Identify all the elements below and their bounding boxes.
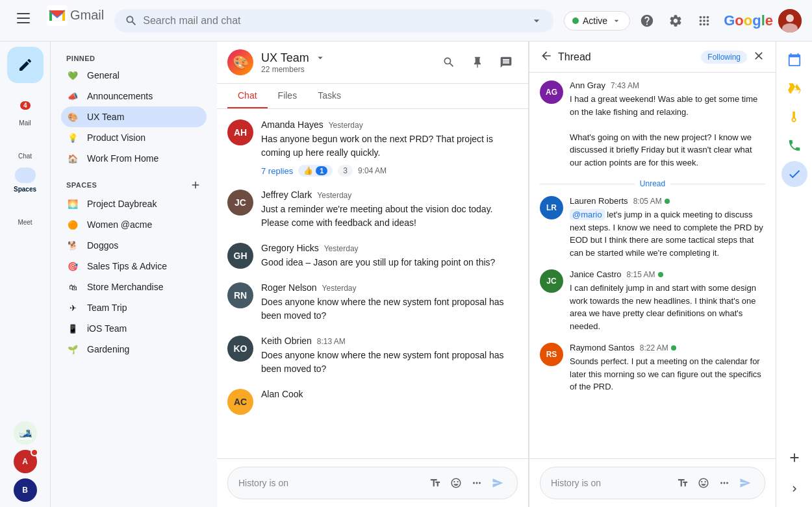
search-chat-button[interactable]: [437, 51, 461, 74]
add-icon: [787, 451, 802, 465]
thread-msg-text-1: I had a great weekend! Was able to get s…: [570, 93, 765, 169]
bottom-avatar-3[interactable]: B: [14, 478, 37, 502]
sidebar-item-iosteam[interactable]: 📱 iOS Team: [61, 318, 207, 339]
chat-main: 🎨 UX Team 22 members: [217, 42, 776, 507]
hamburger-menu[interactable]: [10, 5, 36, 31]
thread-back-button[interactable]: [540, 49, 553, 64]
user-avatar[interactable]: [778, 9, 802, 32]
message-content-1: Amanda Hayes Yesterday Has anyone begun …: [261, 119, 518, 177]
rightbar-drive[interactable]: [781, 75, 807, 101]
message-text-1: Has anyone begun work on the next PRD? T…: [261, 132, 518, 160]
sidebar-item-storemerchandise[interactable]: 🛍 Store Merchandise: [61, 277, 207, 297]
avatar-keith: KO: [227, 336, 253, 362]
top-bar-right: Active Google: [564, 9, 802, 32]
nav-item-mail[interactable]: 4 Mail: [3, 99, 48, 129]
spaces-add-icon[interactable]: [190, 179, 201, 191]
more-input-button[interactable]: [468, 474, 486, 492]
sidebar-item-salestips[interactable]: 🎯 Sales Tips & Advice: [61, 256, 207, 277]
rightbar-keep[interactable]: [781, 104, 807, 130]
thread-msg-time-1: 7:43 AM: [611, 81, 639, 90]
thread-more-button[interactable]: [715, 474, 733, 492]
announcements-icon: 📣: [66, 90, 79, 103]
tab-tasks[interactable]: Tasks: [307, 84, 351, 108]
thread-msg-text-2: @mario let's jump in a quick meeting to …: [570, 208, 765, 259]
sidebar-item-womenacme[interactable]: 🟠 Women @acme: [61, 214, 207, 235]
sidebar-item-workfromhome[interactable]: 🏠 Work From Home: [61, 148, 207, 169]
rightbar-calendar[interactable]: [781, 47, 807, 73]
thread-msg-header-4: Raymond Santos 8:22 AM: [570, 343, 765, 352]
thread-send-button[interactable]: [736, 474, 754, 492]
apps-button[interactable]: [692, 9, 716, 32]
thread-close-button[interactable]: [752, 49, 765, 64]
compose-button[interactable]: [7, 47, 44, 83]
meet-label: Meet: [18, 219, 32, 226]
svg-point-2: [786, 14, 794, 22]
following-badge[interactable]: Following: [701, 51, 747, 64]
chat-team-name: UX Team: [261, 51, 437, 65]
thread-avatar-janice: JC: [540, 269, 563, 293]
chat-input-box[interactable]: History is on: [227, 467, 518, 499]
pinned-title: PINNED: [61, 52, 207, 65]
message-content-4: Roger Nelson Yesterday Does anyone know …: [261, 282, 518, 323]
help-button[interactable]: [635, 9, 659, 32]
settings-button[interactable]: [664, 9, 687, 32]
message-time-3: Yesterday: [324, 244, 359, 253]
replies-bar-1[interactable]: 7 replies 👍 1 3 9:04 AM: [261, 165, 518, 177]
status-dropdown-icon: [611, 16, 622, 26]
thread-msg-content-4: Raymond Santos 8:22 AM Sounds perfect. I…: [570, 343, 765, 393]
nav-item-spaces[interactable]: Spaces: [3, 165, 48, 195]
search-input[interactable]: [143, 15, 525, 27]
nav-item-chat[interactable]: Chat: [3, 132, 48, 162]
rightbar-tasks[interactable]: [781, 161, 807, 187]
tab-files[interactable]: Files: [268, 84, 308, 108]
rightbar-phone[interactable]: [781, 132, 807, 158]
avatar-gregory: GH: [227, 243, 253, 269]
sidebar-item-projectdaybreak[interactable]: 🌅 Project Daybreak: [61, 193, 207, 214]
chat-input-placeholder: History is on: [238, 478, 421, 488]
thread-emoji-button[interactable]: [694, 474, 713, 492]
message-name-6: Alan Cook: [261, 389, 303, 399]
sidebar-item-gardening[interactable]: 🌱 Gardening: [61, 339, 207, 360]
thread-msg-time-2: 8:05 AM: [633, 197, 670, 206]
emoji-button[interactable]: [447, 474, 465, 492]
reply-time-1: 9:04 AM: [358, 166, 387, 175]
chat-input-container: History is on: [217, 458, 528, 507]
more-button[interactable]: [494, 51, 518, 74]
spaces-section: SPACES 🌅 Project Daybreak 🟠 Women @acme …: [51, 171, 217, 362]
rightbar-expand[interactable]: [781, 476, 807, 502]
team-dropdown-icon[interactable]: [314, 52, 326, 64]
sidebar-item-productvision[interactable]: 💡 Product Vision: [61, 127, 207, 148]
thread-avatar-raymond: RS: [540, 343, 563, 366]
status-button[interactable]: Active: [564, 11, 630, 31]
sidebar-item-announcements[interactable]: 📣 Announcements: [61, 86, 207, 106]
nav-item-meet[interactable]: Meet: [3, 198, 48, 229]
thread-format-button[interactable]: [674, 474, 692, 492]
thread-avatar-ann: AG: [540, 80, 563, 104]
bottom-avatar-1[interactable]: 🎿: [14, 421, 37, 445]
chat-header-actions: [437, 51, 518, 74]
gmail-logo: Gmail: [47, 5, 104, 26]
emoji-icon: [450, 477, 462, 489]
sidebar-item-uxteam[interactable]: 🎨 UX Team: [61, 106, 207, 127]
search-box[interactable]: [114, 9, 553, 32]
format-icon: [429, 477, 441, 489]
send-button[interactable]: [488, 474, 507, 492]
phone-icon: [787, 138, 802, 153]
rightbar-add[interactable]: [781, 445, 807, 471]
sidebar-item-doggos[interactable]: 🐕 Doggos: [61, 235, 207, 256]
calendar-icon: [787, 53, 802, 67]
message-header-6: Alan Cook: [261, 389, 518, 399]
sidebar-item-teamtrip[interactable]: ✈ Team Trip: [61, 297, 207, 318]
unread-divider: Unread: [540, 179, 765, 188]
bottom-avatar-2[interactable]: A: [14, 450, 37, 473]
thread-msg-3: JC Janice Castro 8:15 AM I can definitel…: [540, 269, 765, 332]
message-item-3: GH Gregory Hicks Yesterday Good idea – J…: [227, 243, 518, 269]
thread-msg-2: LR Lauren Roberts 8:05 AM @mario let's: [540, 196, 765, 259]
more-icon: [500, 56, 513, 69]
thread-msg-4: RS Raymond Santos 8:22 AM Sounds perfect…: [540, 343, 765, 393]
format-button[interactable]: [426, 474, 444, 492]
tab-chat[interactable]: Chat: [227, 84, 268, 108]
pin-button[interactable]: [466, 51, 489, 74]
sidebar-item-general[interactable]: 💚 General: [61, 65, 207, 86]
thread-input-box[interactable]: History is on: [540, 467, 765, 499]
